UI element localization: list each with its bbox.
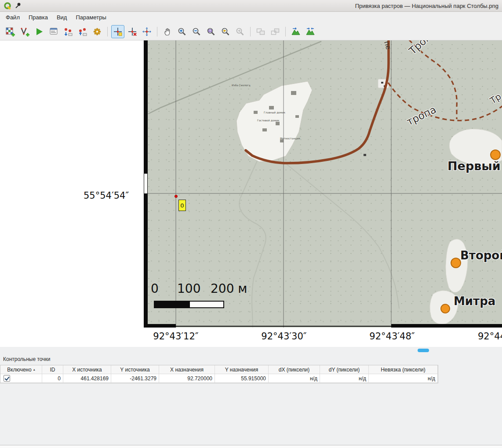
full-histogram-stretch-button[interactable] [289,25,302,38]
open-raster-icon [5,27,15,36]
menu-bar: Файл Правка Вид Параметры [0,12,502,23]
menu-file[interactable]: Файл [2,13,24,22]
load-gcp-points-button[interactable] [62,25,75,38]
cell-enabled [0,374,42,383]
toolbar-separator [250,27,251,36]
zoom-out-icon [192,27,201,36]
cell-dst-x: 92.720000 [159,374,215,383]
zoom-to-layer-button[interactable] [204,25,218,38]
tiny-label-c: Метеостанция [280,137,300,140]
header-dy[interactable]: dY (пиксели) [320,365,369,374]
zoom-in-button[interactable] [175,25,189,38]
header-residual[interactable]: Невязка (пиксели) [369,365,438,374]
rock-label-vtoroy: Второй [460,249,502,262]
add-point-icon [113,27,123,36]
open-raster-button[interactable] [4,25,17,38]
zoom-out-button[interactable] [190,25,203,38]
gcp-table-header: Включено ▴ ID X источника Y источника X … [0,365,438,374]
neatline-bottom [144,324,176,328]
neatline-left-white [144,174,148,193]
lat-label: 55°54′54″ [84,190,129,201]
title-bar: Привязка растров — Национальный парк Сто… [0,0,502,12]
neatline-bottom-thin [176,326,391,327]
header-src-x[interactable]: X источника [63,365,111,374]
neatline-left [144,40,148,174]
cell-dx: н/д [269,374,320,383]
gcp-point-label: 0 [178,200,186,211]
gdal-script-icon [49,27,58,36]
gcp-enabled-checkbox[interactable] [4,375,10,382]
menu-settings[interactable]: Параметры [72,13,110,22]
gdal-script-button[interactable] [47,25,60,38]
gcp-table-row[interactable]: 0 461.428169 -2461.3279 92.720000 55.915… [0,374,438,383]
zoom-next-icon [235,27,245,36]
open-vector-button[interactable] [18,25,31,38]
zoom-last-icon [221,27,230,36]
start-georeferencing-icon [34,27,44,36]
move-point-button[interactable] [140,25,153,38]
tiny-label-b: Гостевой домик [257,119,280,122]
header-dst-x[interactable]: X назначения [159,365,215,374]
link-qgis-to-georeferencer-button [269,25,282,38]
cell-src-x: 461.428169 [63,374,111,383]
scrollbar-thumb[interactable] [418,349,429,352]
map-canvas[interactable]: Тропа тропа Тр пе Первый Второй Митра Гл… [0,40,502,347]
header-dx[interactable]: dX (пиксели) [269,365,320,374]
open-vector-icon [20,27,29,36]
scale-bar-black-segment [154,301,189,308]
menu-view[interactable]: Вид [53,13,71,22]
zoom-in-icon [177,27,187,36]
transformation-settings-icon [92,27,102,36]
pan-icon [163,27,172,36]
cell-id: 0 [42,374,63,383]
menu-edit[interactable]: Правка [25,13,52,22]
horizontal-scrollbar[interactable] [0,347,502,354]
scale-tick-200: 200 м [211,281,247,296]
header-dst-y[interactable]: Y назначения [215,365,269,374]
pan-button[interactable] [161,25,174,38]
rock-label-mitra: Митра [454,295,495,308]
gcp-point-marker[interactable] [175,195,178,198]
window-title: Привязка растров — Национальный парк Сто… [22,3,498,9]
link-georeferencer-to-qgis-button [254,25,267,38]
delete-point-button[interactable] [126,25,139,38]
full-histogram-stretch-icon [291,27,301,36]
link-qgis-to-georeferencer-icon [270,27,280,36]
lon-label-1: 92°43′12″ [147,331,204,342]
transformation-settings-button[interactable] [91,25,104,38]
move-point-icon [142,27,152,36]
cell-residual: н/д [369,374,438,383]
tiny-label-a: Главный домик [264,111,285,114]
header-src-y[interactable]: Y источника [111,365,159,374]
lon-label-2: 92°43′30″ [255,331,313,342]
raster-image: Тропа тропа Тр пе Первый Второй Митра Гл… [144,40,502,328]
neatline-bottom [391,324,502,328]
save-gcp-points-icon [78,27,87,36]
gcp-table: Включено ▴ ID X источника Y источника X … [0,365,438,383]
start-georeferencing-button[interactable] [33,25,46,38]
gcp-panel-title: Контрольные точки [3,356,50,362]
local-histogram-stretch-icon [306,27,315,36]
zoom-to-layer-icon [206,27,216,36]
delete-point-icon [127,27,137,36]
toolbar-separator [107,27,108,36]
cell-dy: н/д [320,374,369,383]
cell-dst-y: 55.915000 [215,374,269,383]
local-histogram-stretch-button[interactable] [304,25,317,38]
link-georeferencer-to-qgis-icon [256,27,266,36]
cell-src-y: -2461.3279 [111,374,159,383]
scale-tick-0: 0 [151,281,159,296]
header-enabled[interactable]: Включено ▴ [0,365,42,374]
tiny-label-d: Изба Геолога [232,84,250,87]
lon-label-3: 92°43′48″ [364,331,421,342]
rock-markers [440,149,501,314]
zoom-last-button[interactable] [219,25,232,38]
header-id[interactable]: ID [42,365,63,374]
save-gcp-points-button[interactable] [76,25,89,38]
scale-tick-100: 100 [177,281,200,296]
add-point-button[interactable] [111,25,124,38]
pin-icon[interactable] [15,2,22,9]
sort-ascending-icon: ▴ [33,368,35,372]
neatline-left [144,193,148,328]
toolbar-separator [285,27,286,36]
